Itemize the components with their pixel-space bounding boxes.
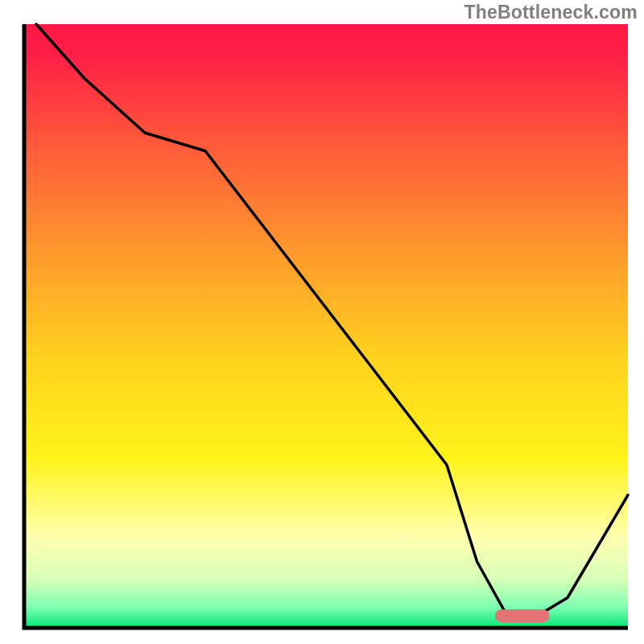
gradient-background [24,24,628,628]
bottleneck-chart [0,0,644,644]
chart-container: TheBottleneck.com [0,0,644,644]
optimal-range-marker [495,609,550,622]
